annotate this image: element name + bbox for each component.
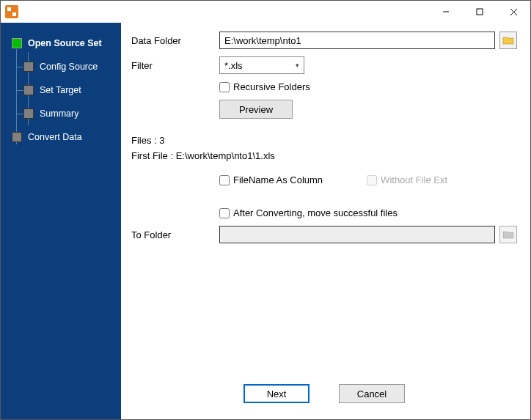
minimize-icon (442, 8, 450, 15)
step-active-icon (12, 38, 22, 48)
step-pending-icon (23, 85, 34, 95)
filename-as-column-checkbox[interactable]: FileName As Column (219, 174, 323, 185)
first-file: First File : E:\work\temp\nto1\1.xls (131, 150, 517, 161)
recursive-label: Recursive Folders (233, 81, 310, 92)
filter-row: Filter *.xls ▾ (131, 56, 517, 74)
nav-label: Set Target (40, 85, 81, 95)
maximize-button[interactable] (463, 1, 497, 23)
nav-label: Convert Data (28, 132, 82, 142)
without-ext-input (367, 175, 377, 185)
close-button[interactable] (497, 1, 530, 23)
nav-open-source-set[interactable]: Open Source Set (1, 32, 121, 55)
filter-label: Filter (131, 60, 219, 71)
to-folder-label: To Folder (131, 229, 219, 240)
to-folder-row: To Folder (131, 226, 517, 243)
minimize-button[interactable] (429, 1, 463, 23)
sidebar: Open Source Set Config Source Set Target… (1, 23, 121, 419)
nav-set-target[interactable]: Set Target (1, 78, 121, 102)
step-pending-icon (12, 132, 22, 142)
folder-icon (502, 229, 514, 240)
nav-summary[interactable]: Summary (1, 102, 121, 125)
to-folder-input (219, 226, 495, 243)
folder-icon (502, 35, 514, 45)
after-convert-row: After Converting, move successful files (219, 207, 517, 218)
main-panel: Data Folder Filter *.xls ▾ Recur (121, 23, 530, 419)
browse-data-folder-button[interactable] (499, 32, 517, 49)
chevron-down-icon: ▾ (296, 62, 299, 69)
cancel-button[interactable]: Cancel (339, 384, 405, 403)
filename-as-column-label: FileName As Column (233, 174, 323, 185)
nav-convert-data[interactable]: Convert Data (1, 125, 121, 149)
next-button[interactable]: Next (243, 384, 310, 403)
filter-value: *.xls (224, 60, 243, 71)
window-controls (429, 1, 530, 23)
footer: Next Cancel (131, 377, 517, 413)
body: Open Source Set Config Source Set Target… (1, 23, 530, 419)
close-icon (510, 8, 518, 16)
without-ext-label: Without File Ext (381, 174, 447, 185)
recursive-checkbox[interactable]: Recursive Folders (219, 81, 310, 92)
nav-config-source[interactable]: Config Source (1, 55, 121, 78)
step-pending-icon (23, 108, 34, 119)
app-window: Open Source Set Config Source Set Target… (0, 0, 531, 420)
browse-to-folder-button (499, 226, 517, 243)
step-pending-icon (23, 62, 34, 72)
files-count: Files : 3 (131, 135, 517, 146)
filename-as-column-input[interactable] (219, 175, 230, 185)
after-convert-input[interactable] (219, 208, 230, 218)
filename-options-row: FileName As Column Without File Ext (219, 174, 517, 185)
nav-label: Config Source (40, 62, 98, 72)
titlebar-left (1, 5, 18, 18)
nav-label: Open Source Set (28, 38, 102, 48)
preview-button[interactable]: Preview (219, 100, 293, 119)
after-convert-label: After Converting, move successful files (233, 207, 398, 218)
filter-select[interactable]: *.xls ▾ (219, 56, 304, 74)
nav-tree: Open Source Set Config Source Set Target… (1, 32, 121, 149)
nav-label: Summary (40, 108, 78, 119)
data-folder-label: Data Folder (131, 35, 219, 46)
maximize-icon (476, 8, 483, 15)
app-icon (5, 5, 18, 18)
without-ext-checkbox: Without File Ext (367, 174, 447, 185)
recursive-checkbox-input[interactable] (219, 82, 230, 92)
titlebar (1, 1, 530, 23)
svg-rect-1 (477, 9, 483, 15)
after-convert-checkbox[interactable]: After Converting, move successful files (219, 207, 398, 218)
recursive-row: Recursive Folders (219, 81, 517, 92)
data-folder-row: Data Folder (131, 32, 517, 49)
data-folder-input[interactable] (219, 32, 495, 49)
